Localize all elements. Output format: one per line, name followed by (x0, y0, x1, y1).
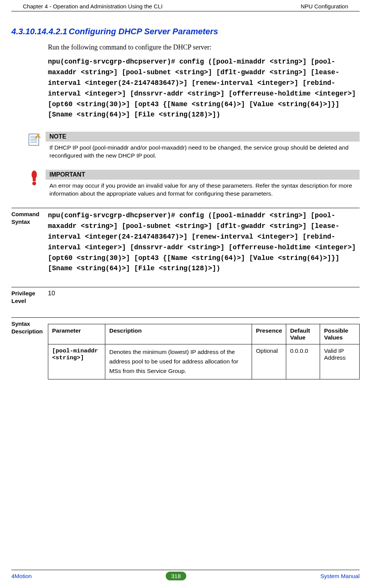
section-title: Configuring DHCP Server Parameters (69, 27, 218, 36)
page-footer: 4Motion 318 System Manual (11, 570, 360, 580)
syntax-description-content: Parameter Description Presence Default V… (48, 320, 360, 379)
table-header-row: Parameter Description Presence Default V… (48, 324, 360, 344)
command-code-block: npu(config-srvcgrp-dhcpserver)# config (… (48, 57, 360, 120)
cell-default: 0.0.0.0 (286, 344, 320, 379)
page-number-badge: 318 (166, 572, 186, 580)
exclamation-icon (30, 171, 38, 186)
important-callout: IMPORTANT An error may occur if you prov… (23, 170, 360, 198)
note-callout: NOTE If DHCP IP pool (pool-minaddr and/o… (23, 132, 360, 160)
syntax-table: Parameter Description Presence Default V… (48, 324, 360, 379)
col-presence: Presence (252, 324, 286, 344)
notepad-icon (27, 132, 42, 148)
privilege-level-value: 10 (48, 290, 360, 304)
privilege-level-block: Privilege Level 10 (11, 287, 360, 304)
intro-text: Run the following command to configure t… (48, 43, 360, 51)
cell-description: Denotes the minimum (lowest) IP address … (105, 344, 252, 379)
note-body: NOTE If DHCP IP pool (pool-minaddr and/o… (46, 132, 360, 160)
important-body: IMPORTANT An error may occur if you prov… (46, 170, 360, 198)
note-title: NOTE (46, 132, 360, 142)
cell-parameter: [pool-minaddr <string>] (48, 344, 105, 379)
svg-rect-9 (33, 177, 36, 181)
syntax-description-block: Syntax Description Parameter Description… (11, 317, 360, 379)
col-parameter: Parameter (48, 324, 105, 344)
important-icon (23, 170, 46, 186)
document-page: Chapter 4 - Operation and Administration… (0, 0, 371, 588)
cell-possible: Valid IP Address (320, 344, 360, 379)
important-text: An error may occur if you provide an inv… (46, 182, 360, 198)
footer-left: 4Motion (11, 573, 32, 579)
important-title: IMPORTANT (46, 170, 360, 180)
col-possible: Possible Values (320, 324, 360, 344)
header-left: Chapter 4 - Operation and Administration… (23, 3, 163, 10)
svg-point-10 (32, 182, 36, 185)
section-heading: 4.3.10.14.4.2.1Configuring DHCP Server P… (11, 27, 360, 37)
page-header: Chapter 4 - Operation and Administration… (11, 0, 360, 11)
header-right: NPU Configuration (301, 3, 348, 10)
note-icon (23, 132, 46, 148)
command-syntax-label: Command Syntax (11, 210, 48, 274)
col-description: Description (105, 324, 252, 344)
footer-right: System Manual (320, 573, 360, 579)
table-row: [pool-minaddr <string>] Denotes the mini… (48, 344, 360, 379)
section-number: 4.3.10.14.4.2.1 (11, 27, 67, 36)
col-default: Default Value (286, 324, 320, 344)
syntax-description-label: Syntax Description (11, 320, 48, 379)
privilege-level-label: Privilege Level (11, 290, 48, 304)
page-content: 4.3.10.14.4.2.1Configuring DHCP Server P… (0, 11, 371, 379)
note-text: If DHCP IP pool (pool-minaddr and/or poo… (46, 144, 360, 160)
command-syntax-block: Command Syntax npu(config-srvcgrp-dhcpse… (11, 208, 360, 274)
cell-presence: Optional (252, 344, 286, 379)
command-syntax-code: npu(config-srvcgrp-dhcpserver)# config (… (48, 210, 360, 274)
